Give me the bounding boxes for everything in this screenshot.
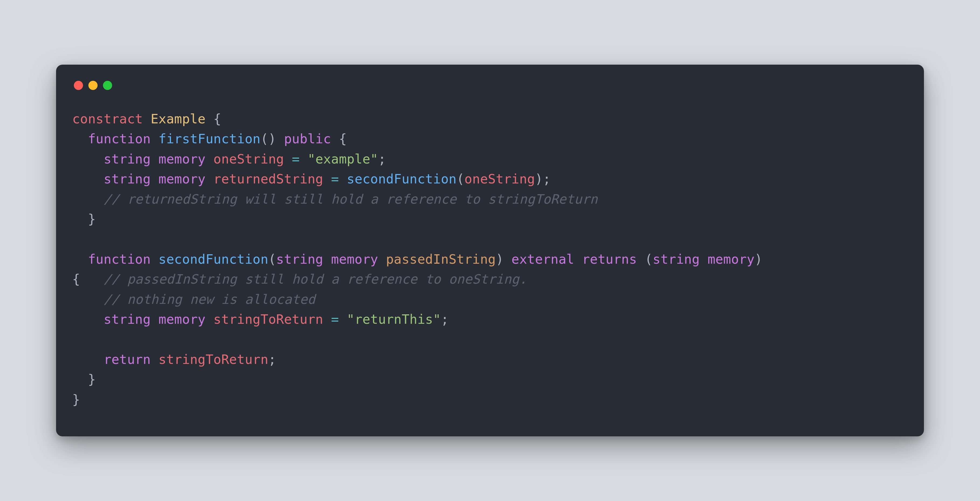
code-line: return stringToReturn;: [72, 349, 908, 369]
code-token: string: [103, 171, 151, 186]
code-line: constract Example {: [72, 109, 908, 129]
code-token: {: [72, 271, 103, 287]
code-token: [339, 171, 347, 186]
code-token: [206, 151, 213, 166]
minimize-icon[interactable]: [88, 81, 97, 90]
code-token: [574, 252, 582, 267]
code-token: [72, 151, 103, 166]
code-token: =: [331, 171, 339, 186]
code-token: // passedInString still hold a reference…: [103, 271, 527, 287]
code-token: (: [637, 252, 652, 267]
code-token: [72, 192, 103, 206]
code-token: =: [331, 312, 339, 327]
code-line: }: [72, 369, 908, 389]
code-line: string memory oneString = "example";: [72, 149, 908, 169]
code-token: [323, 312, 331, 327]
code-line: string memory stringToReturn = "returnTh…: [72, 309, 908, 329]
code-token: ;: [378, 151, 386, 166]
code-token: // returnedString will still hold a refe…: [103, 192, 598, 206]
code-token: memory: [331, 252, 378, 267]
code-token: function: [88, 252, 151, 267]
code-token: ): [755, 252, 770, 267]
code-token: }: [72, 211, 96, 227]
code-token: ;: [269, 352, 276, 367]
code-line: // nothing new is allocated: [72, 289, 908, 309]
code-token: }: [72, 372, 96, 387]
code-token: [72, 252, 88, 267]
code-token: external: [512, 252, 574, 267]
code-token: [151, 131, 159, 146]
code-token: public: [284, 131, 331, 146]
code-token: [151, 252, 159, 267]
code-token: [300, 151, 307, 166]
maximize-icon[interactable]: [103, 81, 112, 90]
code-token: "example": [307, 151, 378, 166]
code-token: [323, 252, 331, 267]
code-token: string: [652, 252, 700, 267]
code-token: string: [276, 252, 323, 267]
code-block: constract Example { function firstFuncti…: [72, 109, 908, 409]
code-token: firstFunction: [159, 131, 260, 146]
code-token: secondFunction: [159, 252, 268, 267]
close-icon[interactable]: [74, 81, 83, 90]
code-token: stringToReturn: [213, 312, 323, 327]
code-token: passedInString: [386, 252, 496, 267]
code-token: secondFunction: [347, 171, 457, 186]
code-token: (: [269, 252, 276, 267]
code-token: [284, 151, 292, 166]
code-token: [151, 312, 159, 327]
code-window: constract Example { function firstFuncti…: [56, 65, 924, 436]
code-token: [206, 171, 213, 186]
code-token: {: [206, 111, 221, 126]
code-token: oneString: [465, 171, 535, 186]
code-token: "returnThis": [347, 312, 441, 327]
code-token: oneString: [213, 151, 284, 166]
code-token: (): [260, 131, 284, 146]
code-token: );: [535, 171, 550, 186]
code-token: string: [103, 312, 151, 327]
code-token: memory: [159, 171, 206, 186]
code-line: [72, 229, 908, 249]
code-token: =: [292, 151, 300, 166]
code-token: memory: [159, 312, 206, 327]
code-token: [72, 312, 103, 327]
code-line: [72, 329, 908, 349]
code-token: memory: [708, 252, 755, 267]
code-token: function: [88, 131, 151, 146]
code-line: string memory returnedString = secondFun…: [72, 169, 908, 189]
code-token: [700, 252, 708, 267]
code-token: memory: [159, 151, 206, 166]
window-controls: [72, 81, 908, 90]
code-token: [72, 292, 103, 307]
code-token: returns: [582, 252, 637, 267]
code-token: [151, 352, 159, 367]
code-token: [72, 131, 88, 146]
code-token: [378, 252, 386, 267]
code-token: return: [103, 352, 151, 367]
code-token: stringToReturn: [159, 352, 268, 367]
code-token: [339, 312, 347, 327]
code-token: [143, 111, 151, 126]
code-token: }: [72, 392, 80, 407]
code-line: function firstFunction() public {: [72, 129, 908, 149]
code-token: returnedString: [213, 171, 323, 186]
code-token: [323, 171, 331, 186]
code-token: string: [103, 151, 151, 166]
code-token: ;: [441, 312, 449, 327]
code-token: [151, 151, 159, 166]
code-token: constract: [72, 111, 143, 126]
code-line: }: [72, 390, 908, 409]
code-token: [206, 312, 213, 327]
code-token: [151, 171, 159, 186]
code-token: [72, 171, 103, 186]
code-line: // returnedString will still hold a refe…: [72, 189, 908, 209]
code-token: [72, 352, 103, 367]
code-line: function secondFunction(string memory pa…: [72, 249, 908, 269]
code-token: {: [331, 131, 347, 146]
code-token: ): [496, 252, 511, 267]
code-token: // nothing new is allocated: [103, 292, 315, 307]
code-line: }: [72, 209, 908, 229]
code-token: Example: [151, 111, 206, 126]
code-line: { // passedInString still hold a referen…: [72, 269, 908, 289]
code-token: (: [457, 171, 465, 186]
